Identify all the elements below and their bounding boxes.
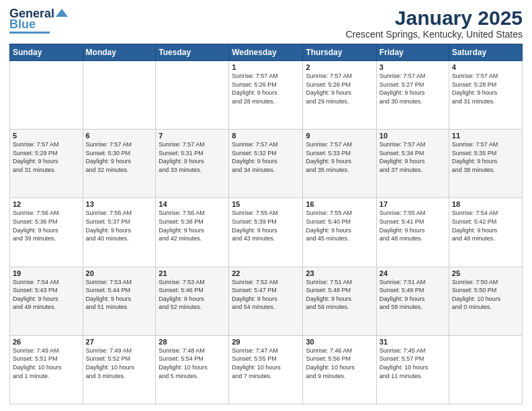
day-number: 17: [380, 200, 446, 208]
calendar-cell-w3-d5: 16Sunrise: 7:55 AM Sunset: 5:40 PM Dayli…: [303, 198, 376, 267]
calendar-cell-w3-d3: 14Sunrise: 7:56 AM Sunset: 5:38 PM Dayli…: [156, 198, 229, 267]
calendar-cell-w3-d4: 15Sunrise: 7:55 AM Sunset: 5:39 PM Dayli…: [229, 198, 303, 267]
calendar-cell-w2-d7: 11Sunrise: 7:57 AM Sunset: 5:35 PM Dayli…: [449, 130, 522, 198]
calendar-cell-w2-d3: 7Sunrise: 7:57 AM Sunset: 5:31 PM Daylig…: [156, 130, 229, 198]
svg-marker-0: [56, 9, 68, 17]
calendar-cell-w3-d1: 12Sunrise: 7:56 AM Sunset: 5:36 PM Dayli…: [10, 198, 83, 267]
calendar-cell-w4-d6: 24Sunrise: 7:51 AM Sunset: 5:49 PM Dayli…: [376, 267, 449, 335]
day-info: Sunrise: 7:56 AM Sunset: 5:36 PM Dayligh…: [13, 209, 80, 242]
calendar-header-row: Sunday Monday Tuesday Wednesday Thursday…: [10, 44, 523, 61]
day-info: Sunrise: 7:47 AM Sunset: 5:55 PM Dayligh…: [232, 347, 300, 380]
calendar-cell-w5-d4: 29Sunrise: 7:47 AM Sunset: 5:55 PM Dayli…: [229, 335, 303, 404]
calendar-table: Sunday Monday Tuesday Wednesday Thursday…: [9, 44, 523, 404]
calendar-cell-w2-d6: 10Sunrise: 7:57 AM Sunset: 5:34 PM Dayli…: [376, 130, 449, 198]
day-info: Sunrise: 7:51 AM Sunset: 5:48 PM Dayligh…: [306, 278, 373, 312]
calendar-cell-w2-d4: 8Sunrise: 7:57 AM Sunset: 5:32 PM Daylig…: [229, 130, 303, 198]
calendar-cell-w5-d1: 26Sunrise: 7:49 AM Sunset: 5:51 PM Dayli…: [10, 335, 83, 404]
day-info: Sunrise: 7:49 AM Sunset: 5:52 PM Dayligh…: [86, 347, 153, 380]
calendar-cell-w5-d5: 30Sunrise: 7:46 AM Sunset: 5:56 PM Dayli…: [303, 335, 376, 404]
day-number: 5: [13, 132, 80, 140]
calendar-cell-w5-d2: 27Sunrise: 7:49 AM Sunset: 5:52 PM Dayli…: [83, 335, 156, 404]
day-info: Sunrise: 7:53 AM Sunset: 5:44 PM Dayligh…: [86, 278, 153, 312]
day-info: Sunrise: 7:56 AM Sunset: 5:38 PM Dayligh…: [159, 209, 226, 242]
day-info: Sunrise: 7:51 AM Sunset: 5:49 PM Dayligh…: [380, 278, 446, 312]
calendar-week-3: 12Sunrise: 7:56 AM Sunset: 5:36 PM Dayli…: [10, 198, 523, 267]
header-friday: Friday: [376, 44, 449, 61]
header-wednesday: Wednesday: [229, 44, 303, 61]
calendar-cell-w4-d1: 19Sunrise: 7:54 AM Sunset: 5:43 PM Dayli…: [10, 267, 83, 335]
day-number: 3: [380, 63, 446, 71]
day-info: Sunrise: 7:56 AM Sunset: 5:37 PM Dayligh…: [86, 209, 153, 242]
day-info: Sunrise: 7:57 AM Sunset: 5:32 PM Dayligh…: [232, 140, 300, 174]
page-container: General Blue January 2025 Crescent Sprin…: [0, 0, 532, 411]
day-info: Sunrise: 7:57 AM Sunset: 5:26 PM Dayligh…: [306, 72, 373, 105]
day-number: 16: [306, 200, 373, 208]
header-thursday: Thursday: [303, 44, 376, 61]
day-number: 14: [159, 200, 226, 208]
calendar-cell-w2-d5: 9Sunrise: 7:57 AM Sunset: 5:33 PM Daylig…: [303, 130, 376, 198]
header-monday: Monday: [83, 44, 156, 61]
calendar-cell-w5-d7: [449, 335, 522, 404]
day-info: Sunrise: 7:54 AM Sunset: 5:43 PM Dayligh…: [13, 278, 80, 312]
calendar-cell-w1-d1: [10, 61, 83, 130]
day-info: Sunrise: 7:55 AM Sunset: 5:39 PM Dayligh…: [232, 209, 300, 242]
calendar-cell-w1-d6: 3Sunrise: 7:57 AM Sunset: 5:27 PM Daylig…: [376, 61, 449, 130]
calendar-cell-w2-d1: 5Sunrise: 7:57 AM Sunset: 5:29 PM Daylig…: [10, 130, 83, 198]
day-number: 25: [452, 269, 519, 277]
day-info: Sunrise: 7:49 AM Sunset: 5:51 PM Dayligh…: [13, 347, 80, 380]
logo-blue-text: Blue: [9, 18, 36, 30]
day-info: Sunrise: 7:57 AM Sunset: 5:34 PM Dayligh…: [380, 140, 446, 174]
day-number: 7: [159, 132, 226, 140]
day-info: Sunrise: 7:57 AM Sunset: 5:33 PM Dayligh…: [306, 140, 373, 174]
day-number: 1: [232, 63, 300, 71]
day-number: 26: [13, 338, 80, 346]
calendar-cell-w1-d4: 1Sunrise: 7:57 AM Sunset: 5:26 PM Daylig…: [229, 61, 303, 130]
day-number: 21: [159, 269, 226, 277]
calendar-cell-w1-d2: [83, 61, 156, 130]
calendar-cell-w3-d2: 13Sunrise: 7:56 AM Sunset: 5:37 PM Dayli…: [83, 198, 156, 267]
day-number: 30: [306, 338, 373, 346]
calendar-cell-w5-d6: 31Sunrise: 7:45 AM Sunset: 5:57 PM Dayli…: [376, 335, 449, 404]
calendar-week-5: 26Sunrise: 7:49 AM Sunset: 5:51 PM Dayli…: [10, 335, 523, 404]
day-number: 22: [232, 269, 300, 277]
day-info: Sunrise: 7:53 AM Sunset: 5:46 PM Dayligh…: [159, 278, 226, 312]
header-saturday: Saturday: [449, 44, 522, 61]
day-number: 6: [86, 132, 153, 140]
day-info: Sunrise: 7:57 AM Sunset: 5:26 PM Dayligh…: [232, 72, 300, 105]
day-info: Sunrise: 7:57 AM Sunset: 5:29 PM Dayligh…: [13, 140, 80, 174]
day-number: 10: [380, 132, 446, 140]
calendar-cell-w4-d3: 21Sunrise: 7:53 AM Sunset: 5:46 PM Dayli…: [156, 267, 229, 335]
day-number: 9: [306, 132, 373, 140]
day-number: 19: [13, 269, 80, 277]
header-sunday: Sunday: [10, 44, 83, 61]
calendar-cell-w3-d7: 18Sunrise: 7:54 AM Sunset: 5:42 PM Dayli…: [449, 198, 522, 267]
calendar-cell-w2-d2: 6Sunrise: 7:57 AM Sunset: 5:30 PM Daylig…: [83, 130, 156, 198]
day-number: 29: [232, 338, 300, 346]
calendar-week-1: 1Sunrise: 7:57 AM Sunset: 5:26 PM Daylig…: [10, 61, 523, 130]
day-info: Sunrise: 7:54 AM Sunset: 5:42 PM Dayligh…: [452, 209, 519, 242]
day-info: Sunrise: 7:45 AM Sunset: 5:57 PM Dayligh…: [380, 347, 446, 380]
day-number: 24: [380, 269, 446, 277]
calendar-cell-w1-d7: 4Sunrise: 7:57 AM Sunset: 5:28 PM Daylig…: [449, 61, 522, 130]
calendar-cell-w4-d2: 20Sunrise: 7:53 AM Sunset: 5:44 PM Dayli…: [83, 267, 156, 335]
calendar-week-2: 5Sunrise: 7:57 AM Sunset: 5:29 PM Daylig…: [10, 130, 523, 198]
day-number: 31: [380, 338, 446, 346]
day-info: Sunrise: 7:57 AM Sunset: 5:31 PM Dayligh…: [159, 140, 226, 174]
header: General Blue January 2025 Crescent Sprin…: [9, 7, 523, 40]
page-title: January 2025: [345, 7, 523, 29]
logo: General Blue: [9, 7, 68, 34]
calendar-cell-w3-d6: 17Sunrise: 7:55 AM Sunset: 5:41 PM Dayli…: [376, 198, 449, 267]
day-number: 15: [232, 200, 300, 208]
day-info: Sunrise: 7:55 AM Sunset: 5:41 PM Dayligh…: [380, 209, 446, 242]
day-info: Sunrise: 7:46 AM Sunset: 5:56 PM Dayligh…: [306, 347, 373, 380]
day-info: Sunrise: 7:52 AM Sunset: 5:47 PM Dayligh…: [232, 278, 300, 312]
logo-icon: [56, 7, 68, 19]
day-number: 23: [306, 269, 373, 277]
logo-blue-underline: [9, 32, 50, 34]
header-tuesday: Tuesday: [156, 44, 229, 61]
calendar-cell-w1-d3: [156, 61, 229, 130]
page-subtitle: Crescent Springs, Kentucky, United State…: [345, 29, 523, 40]
day-number: 12: [13, 200, 80, 208]
day-info: Sunrise: 7:48 AM Sunset: 5:54 PM Dayligh…: [159, 347, 226, 380]
day-info: Sunrise: 7:57 AM Sunset: 5:35 PM Dayligh…: [452, 140, 519, 174]
